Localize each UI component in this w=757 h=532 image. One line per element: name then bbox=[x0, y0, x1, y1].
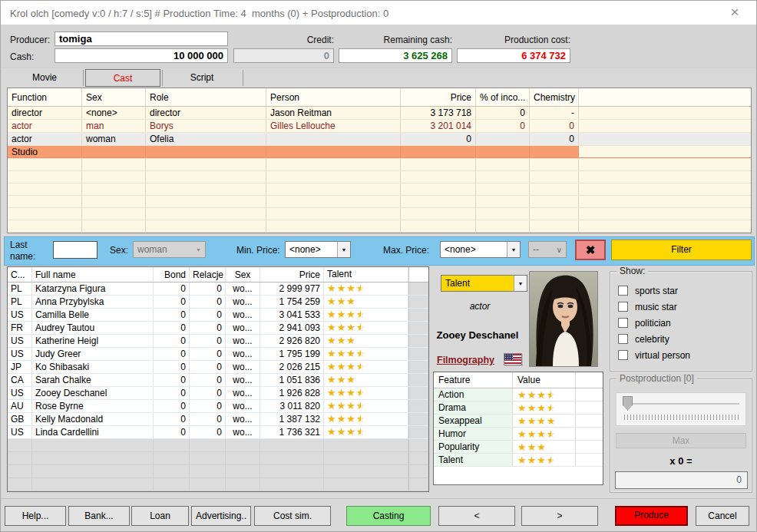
cast-cell-person bbox=[266, 133, 401, 145]
max-button[interactable]: Max bbox=[616, 433, 746, 448]
cash-field[interactable]: 10 000 000 bbox=[55, 48, 228, 63]
checkbox-icon[interactable] bbox=[618, 318, 628, 328]
detail-mode-select[interactable]: Talent ▼ bbox=[441, 275, 527, 292]
show-option-politician[interactable]: politician bbox=[618, 317, 671, 329]
produce-button[interactable]: Produce bbox=[615, 506, 688, 526]
star-icon: ★ bbox=[346, 309, 355, 319]
cast-table: FunctionSexRolePersonPrice% of inco...Ch… bbox=[7, 88, 752, 233]
feature-value: ★★★★★ bbox=[513, 454, 576, 466]
list-gutter-cell bbox=[408, 296, 428, 308]
us-flag-icon bbox=[504, 353, 522, 365]
costsim-button[interactable]: Cost sim. bbox=[254, 506, 331, 526]
list-empty-row bbox=[8, 452, 428, 465]
last-name-input[interactable] bbox=[53, 241, 98, 259]
cast-row[interactable]: actorwomanOfelia00 bbox=[8, 133, 751, 146]
casting-button[interactable]: Casting bbox=[346, 506, 431, 526]
actor-row[interactable]: USLinda Cardellini00wo...1 736 321★★★★★ bbox=[8, 426, 428, 439]
actor-row[interactable]: USCamilla Belle00wo...3 041 533★★★★★ bbox=[8, 309, 428, 322]
tab-cast[interactable]: Cast bbox=[85, 69, 160, 87]
actor-price: 2 026 215 bbox=[260, 361, 324, 373]
close-icon[interactable]: × bbox=[726, 4, 743, 22]
max-price-label: Max. Price: bbox=[383, 245, 429, 256]
cast-cell-income bbox=[476, 133, 530, 145]
show-option-music-star[interactable]: music star bbox=[618, 301, 677, 312]
producer-field[interactable]: tomiga bbox=[55, 31, 228, 46]
cast-cell-income: 0 bbox=[476, 107, 530, 119]
checkbox-icon[interactable] bbox=[618, 286, 628, 296]
actor-row[interactable]: PLAnna Przybylska00wo...1 754 259★★★ bbox=[8, 296, 428, 309]
star-rating: ★★★★★ bbox=[327, 427, 365, 437]
actor-row[interactable]: USJudy Greer00wo...1 795 199★★★★★ bbox=[8, 348, 428, 361]
actor-row[interactable]: FRAudrey Tautou00wo...2 941 093★★★★★ bbox=[8, 322, 428, 335]
tab-movie[interactable]: Movie bbox=[7, 69, 82, 87]
star-icon: ★ bbox=[337, 296, 346, 306]
actor-row[interactable]: CASarah Chalke00wo...1 051 836★★★ bbox=[8, 374, 428, 387]
finance-header: Producer: tomiga Credit: Remaining cash:… bbox=[1, 25, 756, 68]
list-gutter-cell bbox=[408, 387, 428, 399]
sex-filter-value: woman bbox=[134, 242, 192, 257]
checkbox-icon[interactable] bbox=[618, 334, 628, 344]
bank-button[interactable]: Bank... bbox=[68, 506, 130, 526]
show-option-celebrity[interactable]: celebrity bbox=[618, 333, 669, 345]
feature-value: ★★★★★ bbox=[513, 388, 576, 401]
star-icon: ★ bbox=[327, 296, 336, 306]
actor-country: US bbox=[8, 335, 32, 347]
actor-talent: ★★★★★ bbox=[324, 387, 408, 399]
advertising-button[interactable]: Advertising.. bbox=[191, 506, 251, 526]
actor-row[interactable]: JPKo Shibasaki00wo...2 026 215★★★★★ bbox=[8, 361, 428, 374]
list-gutter-cell bbox=[408, 348, 428, 360]
prev-button[interactable]: < bbox=[438, 506, 515, 526]
actor-row[interactable]: GBKelly Macdonald00wo...1 387 132★★★★★ bbox=[8, 413, 428, 426]
cast-row[interactable]: director<none>directorJason Reitman3 173… bbox=[8, 107, 751, 120]
extra-filter-select[interactable]: -- ∨ bbox=[528, 241, 567, 258]
cast-cell-income: 0 bbox=[476, 120, 530, 132]
postproduction-value-field[interactable]: 0 bbox=[615, 471, 748, 489]
actor-row[interactable]: PLKatarzyna Figura00wo...2 999 977★★★★★ bbox=[8, 283, 428, 296]
feature-column-header: Feature bbox=[434, 372, 513, 388]
actor-name-cell: Katarzyna Figura bbox=[32, 283, 154, 295]
actor-sex: wo... bbox=[226, 283, 260, 295]
cast-cell-chemistry: 0 bbox=[530, 120, 579, 132]
list-gutter-cell bbox=[408, 400, 428, 412]
actor-relacje: 0 bbox=[190, 322, 226, 334]
max-price-select[interactable]: <none> ▼ bbox=[440, 241, 521, 258]
star-rating: ★★★★★ bbox=[517, 455, 556, 465]
filmography-link[interactable]: Filmography bbox=[437, 355, 494, 365]
min-price-select[interactable]: <none> ▼ bbox=[285, 241, 351, 258]
checkbox-icon[interactable] bbox=[618, 302, 628, 312]
filter-button[interactable]: Filter bbox=[611, 240, 752, 260]
cancel-button[interactable]: Cancel bbox=[696, 506, 749, 526]
checkbox-icon[interactable] bbox=[618, 350, 628, 360]
cast-column-header: % of inco... bbox=[476, 88, 530, 106]
actor-relacje: 0 bbox=[190, 374, 226, 386]
cast-column-header: Role bbox=[146, 88, 266, 106]
cast-row[interactable]: actormanBorysGilles Lellouche3 201 01400 bbox=[8, 120, 751, 133]
loan-button[interactable]: Loan bbox=[131, 506, 189, 526]
next-button[interactable]: > bbox=[521, 506, 598, 526]
production-cost-label: Production cost: bbox=[457, 35, 570, 45]
actor-relacje: 0 bbox=[190, 413, 226, 425]
actor-name-cell: Sarah Chalke bbox=[32, 374, 154, 386]
show-option-virtual-person[interactable]: virtual person bbox=[618, 349, 690, 361]
actor-price: 3 041 533 bbox=[260, 309, 324, 321]
slider-handle[interactable] bbox=[623, 396, 633, 411]
production-cost-field: 6 374 732 bbox=[457, 48, 570, 63]
help-button[interactable]: Help... bbox=[5, 506, 66, 526]
cast-row[interactable]: Studio bbox=[8, 146, 751, 159]
actor-row[interactable]: USZooey Deschanel00wo...1 926 828★★★★★ bbox=[8, 387, 428, 400]
list-gutter-cell bbox=[408, 426, 428, 438]
actor-sex: wo... bbox=[226, 387, 260, 399]
show-option-sports-star[interactable]: sports star bbox=[618, 285, 678, 296]
actor-row[interactable]: USKatherine Heigl00wo...2 926 820★★★ bbox=[8, 335, 428, 348]
slider-track[interactable] bbox=[624, 403, 739, 405]
actor-country: JP bbox=[8, 361, 32, 373]
actor-row[interactable]: AURose Byrne00wo...3 011 820★★★★★ bbox=[8, 400, 428, 413]
cast-cell-person: Jason Reitman bbox=[266, 107, 401, 119]
tab-separator bbox=[243, 70, 243, 86]
tab-separator bbox=[83, 70, 84, 86]
tab-script[interactable]: Script bbox=[164, 69, 240, 87]
clear-filter-button[interactable]: ✖ bbox=[575, 240, 606, 260]
sex-filter-select[interactable]: woman ▼ bbox=[133, 241, 206, 258]
actor-bond: 0 bbox=[154, 400, 190, 412]
actor-name-cell: Ko Shibasaki bbox=[32, 361, 154, 373]
